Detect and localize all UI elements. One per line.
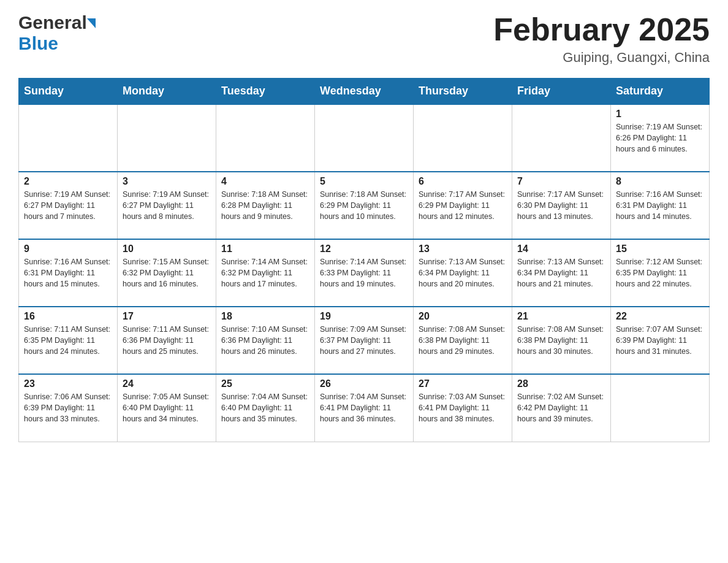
calendar-cell: 4Sunrise: 7:18 AM Sunset: 6:28 PM Daylig… <box>216 172 315 239</box>
logo-blue-text: Blue <box>18 33 58 53</box>
calendar-header-thursday: Thursday <box>414 79 512 105</box>
calendar-cell: 1Sunrise: 7:19 AM Sunset: 6:26 PM Daylig… <box>611 104 710 172</box>
day-number: 22 <box>616 311 704 322</box>
calendar-cell <box>512 104 611 172</box>
day-info: Sunrise: 7:18 AM Sunset: 6:29 PM Dayligh… <box>320 189 408 222</box>
calendar-cell: 17Sunrise: 7:11 AM Sunset: 6:36 PM Dayli… <box>118 307 216 374</box>
day-number: 11 <box>221 243 309 255</box>
calendar-cell: 14Sunrise: 7:13 AM Sunset: 6:34 PM Dayli… <box>512 239 611 307</box>
logo-blue-row: Blue <box>18 33 58 54</box>
day-number: 14 <box>517 243 605 255</box>
day-number: 23 <box>24 378 112 389</box>
calendar-header-friday: Friday <box>512 79 611 105</box>
calendar-cell <box>19 104 118 172</box>
calendar-cell: 21Sunrise: 7:08 AM Sunset: 6:38 PM Dayli… <box>512 307 611 374</box>
day-info: Sunrise: 7:19 AM Sunset: 6:26 PM Dayligh… <box>616 121 704 155</box>
calendar-cell <box>611 374 710 442</box>
day-info: Sunrise: 7:03 AM Sunset: 6:41 PM Dayligh… <box>419 391 507 424</box>
day-info: Sunrise: 7:13 AM Sunset: 6:34 PM Dayligh… <box>517 256 605 289</box>
day-info: Sunrise: 7:12 AM Sunset: 6:35 PM Dayligh… <box>616 256 704 289</box>
calendar-cell: 25Sunrise: 7:04 AM Sunset: 6:40 PM Dayli… <box>216 374 315 442</box>
day-info: Sunrise: 7:08 AM Sunset: 6:38 PM Dayligh… <box>419 324 507 357</box>
day-info: Sunrise: 7:09 AM Sunset: 6:37 PM Dayligh… <box>320 324 408 357</box>
calendar-cell: 28Sunrise: 7:02 AM Sunset: 6:42 PM Dayli… <box>512 374 611 442</box>
calendar-week-5: 23Sunrise: 7:06 AM Sunset: 6:39 PM Dayli… <box>19 374 710 442</box>
month-year-title: February 2025 <box>493 12 710 47</box>
day-info: Sunrise: 7:04 AM Sunset: 6:40 PM Dayligh… <box>221 391 309 424</box>
calendar-cell: 9Sunrise: 7:16 AM Sunset: 6:31 PM Daylig… <box>19 239 118 307</box>
logo-triangle-icon <box>87 18 96 28</box>
page-header: General Blue February 2025 Guiping, Guan… <box>18 12 710 66</box>
calendar-cell: 26Sunrise: 7:04 AM Sunset: 6:41 PM Dayli… <box>315 374 414 442</box>
calendar-cell: 11Sunrise: 7:14 AM Sunset: 6:32 PM Dayli… <box>216 239 315 307</box>
calendar-cell: 16Sunrise: 7:11 AM Sunset: 6:35 PM Dayli… <box>19 307 118 374</box>
day-number: 18 <box>221 311 309 322</box>
calendar-cell <box>315 104 414 172</box>
day-number: 4 <box>221 176 309 187</box>
day-info: Sunrise: 7:14 AM Sunset: 6:33 PM Dayligh… <box>320 256 408 289</box>
calendar-header-monday: Monday <box>118 79 216 105</box>
day-number: 12 <box>320 243 408 255</box>
day-info: Sunrise: 7:06 AM Sunset: 6:39 PM Dayligh… <box>24 391 112 424</box>
calendar-header-sunday: Sunday <box>19 79 118 105</box>
day-number: 24 <box>123 378 211 389</box>
day-number: 15 <box>616 243 704 255</box>
day-number: 16 <box>24 311 112 322</box>
day-number: 5 <box>320 176 408 187</box>
day-info: Sunrise: 7:02 AM Sunset: 6:42 PM Dayligh… <box>517 391 605 424</box>
day-number: 21 <box>517 311 605 322</box>
calendar-cell <box>216 104 315 172</box>
day-info: Sunrise: 7:17 AM Sunset: 6:30 PM Dayligh… <box>517 189 605 222</box>
day-number: 6 <box>419 176 507 187</box>
calendar-cell: 2Sunrise: 7:19 AM Sunset: 6:27 PM Daylig… <box>19 172 118 239</box>
calendar-cell: 8Sunrise: 7:16 AM Sunset: 6:31 PM Daylig… <box>611 172 710 239</box>
day-info: Sunrise: 7:16 AM Sunset: 6:31 PM Dayligh… <box>616 189 704 222</box>
day-info: Sunrise: 7:11 AM Sunset: 6:36 PM Dayligh… <box>123 324 211 357</box>
calendar-cell: 23Sunrise: 7:06 AM Sunset: 6:39 PM Dayli… <box>19 374 118 442</box>
calendar-header-tuesday: Tuesday <box>216 79 315 105</box>
day-number: 1 <box>616 109 704 120</box>
calendar-cell: 12Sunrise: 7:14 AM Sunset: 6:33 PM Dayli… <box>315 239 414 307</box>
calendar-table: SundayMondayTuesdayWednesdayThursdayFrid… <box>18 78 710 442</box>
calendar-cell: 6Sunrise: 7:17 AM Sunset: 6:29 PM Daylig… <box>414 172 512 239</box>
day-number: 25 <box>221 378 309 389</box>
calendar-cell: 10Sunrise: 7:15 AM Sunset: 6:32 PM Dayli… <box>118 239 216 307</box>
day-number: 7 <box>517 176 605 187</box>
calendar-header-row: SundayMondayTuesdayWednesdayThursdayFrid… <box>19 79 710 105</box>
calendar-cell: 19Sunrise: 7:09 AM Sunset: 6:37 PM Dayli… <box>315 307 414 374</box>
day-info: Sunrise: 7:19 AM Sunset: 6:27 PM Dayligh… <box>24 189 112 222</box>
day-info: Sunrise: 7:15 AM Sunset: 6:32 PM Dayligh… <box>123 256 211 289</box>
calendar-week-4: 16Sunrise: 7:11 AM Sunset: 6:35 PM Dayli… <box>19 307 710 374</box>
day-info: Sunrise: 7:19 AM Sunset: 6:27 PM Dayligh… <box>123 189 211 222</box>
location-subtitle: Guiping, Guangxi, China <box>493 50 710 66</box>
day-number: 8 <box>616 176 704 187</box>
logo-general-text: General <box>18 12 87 33</box>
calendar-cell: 15Sunrise: 7:12 AM Sunset: 6:35 PM Dayli… <box>611 239 710 307</box>
day-info: Sunrise: 7:16 AM Sunset: 6:31 PM Dayligh… <box>24 256 112 289</box>
day-info: Sunrise: 7:07 AM Sunset: 6:39 PM Dayligh… <box>616 324 704 357</box>
calendar-cell <box>118 104 216 172</box>
day-info: Sunrise: 7:14 AM Sunset: 6:32 PM Dayligh… <box>221 256 309 289</box>
calendar-cell: 13Sunrise: 7:13 AM Sunset: 6:34 PM Dayli… <box>414 239 512 307</box>
day-number: 2 <box>24 176 112 187</box>
day-number: 9 <box>24 243 112 255</box>
calendar-week-1: 1Sunrise: 7:19 AM Sunset: 6:26 PM Daylig… <box>19 104 710 172</box>
day-info: Sunrise: 7:13 AM Sunset: 6:34 PM Dayligh… <box>419 256 507 289</box>
day-number: 27 <box>419 378 507 389</box>
day-number: 19 <box>320 311 408 322</box>
day-number: 17 <box>123 311 211 322</box>
day-info: Sunrise: 7:08 AM Sunset: 6:38 PM Dayligh… <box>517 324 605 357</box>
calendar-cell: 3Sunrise: 7:19 AM Sunset: 6:27 PM Daylig… <box>118 172 216 239</box>
day-number: 10 <box>123 243 211 255</box>
calendar-header-wednesday: Wednesday <box>315 79 414 105</box>
day-info: Sunrise: 7:17 AM Sunset: 6:29 PM Dayligh… <box>419 189 507 222</box>
day-info: Sunrise: 7:18 AM Sunset: 6:28 PM Dayligh… <box>221 189 309 222</box>
calendar-cell: 7Sunrise: 7:17 AM Sunset: 6:30 PM Daylig… <box>512 172 611 239</box>
calendar-cell <box>414 104 512 172</box>
day-info: Sunrise: 7:10 AM Sunset: 6:36 PM Dayligh… <box>221 324 309 357</box>
day-number: 26 <box>320 378 408 389</box>
day-number: 3 <box>123 176 211 187</box>
calendar-cell: 5Sunrise: 7:18 AM Sunset: 6:29 PM Daylig… <box>315 172 414 239</box>
calendar-cell: 24Sunrise: 7:05 AM Sunset: 6:40 PM Dayli… <box>118 374 216 442</box>
calendar-header-saturday: Saturday <box>611 79 710 105</box>
